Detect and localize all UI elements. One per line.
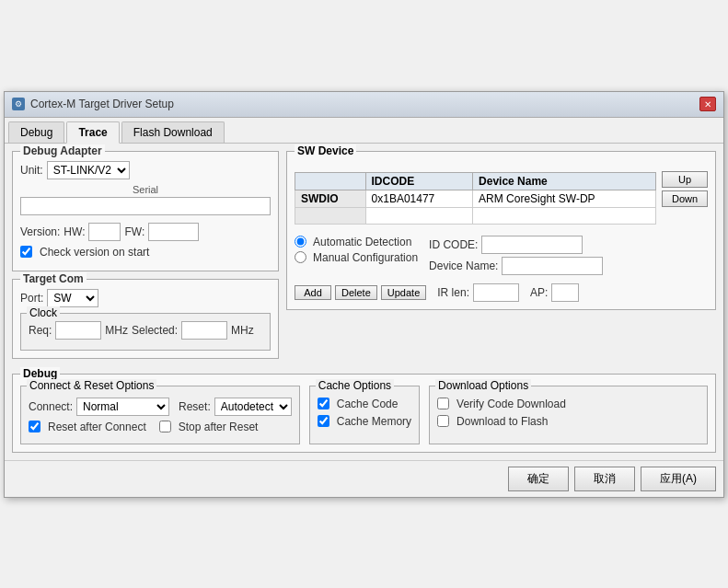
verify-checkbox[interactable]	[437, 398, 449, 409]
port-label: Port:	[20, 292, 43, 305]
req-label: Req:	[29, 324, 52, 337]
cache-memory-row: Cache Memory	[318, 415, 411, 428]
cache-memory-label: Cache Memory	[337, 415, 411, 428]
col-device-name: Device Name	[473, 172, 656, 190]
detection-row: Automatic Detection Manual Configuration	[295, 236, 656, 278]
empty-cell-2	[473, 207, 656, 224]
title-bar-left: ⚙ Cortex-M Target Driver Setup	[12, 98, 174, 110]
sw-device-left: IDCODE Device Name SWDIO 0x1BA01477 ARM …	[295, 165, 656, 302]
id-code-row: ID CODE:	[429, 236, 603, 254]
check-version-label: Check version on start	[40, 246, 149, 259]
serial-input[interactable]: 57FF6F066572515152500487	[20, 197, 271, 215]
cancel-button[interactable]: 取消	[574, 467, 635, 491]
check-version-row: Check version on start	[20, 246, 271, 259]
download-to-flash-checkbox[interactable]	[437, 415, 449, 427]
move-down-button[interactable]: Down	[662, 190, 708, 207]
fw-label: FW:	[124, 225, 144, 238]
serial-section: Serial 57FF6F066572515152500487	[20, 184, 271, 220]
req-input[interactable]: 1.800	[55, 321, 101, 340]
check-version-checkbox[interactable]	[20, 246, 32, 258]
cache-options-group: Cache Options Cache Code Cache Memory	[309, 386, 420, 444]
title-bar: ⚙ Cortex-M Target Driver Setup ✕	[5, 92, 723, 118]
bottom-debug-section: Debug Connect & Reset Options Connect: N…	[12, 374, 716, 453]
ir-len-label: IR len:	[437, 286, 469, 299]
apply-button[interactable]: 应用(A)	[641, 467, 716, 491]
move-spacer	[662, 165, 708, 168]
version-label: Version:	[20, 225, 60, 238]
cache-title: Cache Options	[316, 379, 394, 392]
selected-label: Selected:	[132, 324, 178, 337]
main-content: Debug Adapter Unit: ST-LINK/V2 ST-LINK/V…	[5, 144, 723, 460]
hw-input[interactable]: V2	[88, 223, 121, 241]
swdio-label: SWDIO	[295, 190, 366, 207]
fw-input[interactable]: V2J31S7	[148, 223, 199, 241]
connect-reset-title: Connect & Reset Options	[27, 379, 156, 392]
add-button[interactable]: Add	[295, 285, 331, 300]
reset-after-row: Reset after Connect Stop after Reset	[29, 421, 292, 433]
port-select[interactable]: SW JTAG	[47, 289, 98, 307]
selected-input[interactable]: 1.800	[181, 321, 227, 340]
ap-label: AP:	[530, 286, 548, 299]
idcode-cell: 0x1BA01477	[365, 190, 473, 207]
move-up-button[interactable]: Up	[662, 171, 708, 188]
ir-len-input[interactable]	[473, 283, 519, 302]
top-row: Debug Adapter Unit: ST-LINK/V2 ST-LINK/V…	[12, 151, 716, 366]
download-options-group: Download Options Verify Code Download Do…	[429, 386, 708, 444]
ap-input[interactable]: 0	[551, 283, 579, 302]
clock-group: Clock Req: 1.800 MHz Selected: 1.800 MHz	[20, 313, 271, 351]
sw-device-content: IDCODE Device Name SWDIO 0x1BA01477 ARM …	[295, 165, 708, 302]
table-row-empty	[295, 207, 656, 224]
auto-detect-label: Automatic Detection	[313, 236, 411, 248]
stop-after-checkbox[interactable]	[159, 421, 171, 432]
ok-button[interactable]: 确定	[508, 467, 569, 491]
cache-memory-checkbox[interactable]	[318, 415, 329, 427]
cache-code-row: Cache Code	[318, 398, 411, 410]
reset-select[interactable]: Autodetect Software Hardware	[214, 398, 292, 416]
cache-code-label: Cache Code	[337, 398, 399, 410]
debug-adapter-title: Debug Adapter	[20, 144, 105, 157]
reset-after-checkbox[interactable]	[29, 421, 40, 432]
id-code-input[interactable]	[481, 236, 583, 254]
manual-config-radio[interactable]	[295, 251, 306, 263]
unit-row: Unit: ST-LINK/V2 ST-LINK/V3	[20, 161, 271, 179]
device-name-input[interactable]	[502, 257, 603, 275]
download-to-flash-row: Download to Flash	[437, 415, 699, 428]
right-panel: SW Device IDCODE Device Name	[286, 151, 716, 366]
tab-bar: Debug Trace Flash Download	[5, 118, 723, 144]
app-icon: ⚙	[12, 98, 25, 110]
id-fields: ID CODE: Device Name:	[429, 236, 603, 278]
target-com-inner: Port: SW JTAG	[20, 283, 271, 307]
sw-device-box: SW Device IDCODE Device Name	[286, 151, 716, 310]
bottom-inner: Connect & Reset Options Connect: Normal …	[20, 378, 708, 444]
verify-row: Verify Code Download	[437, 398, 699, 410]
manual-config-row: Manual Configuration	[295, 251, 418, 264]
reset-label: Reset:	[179, 400, 211, 413]
cache-code-checkbox[interactable]	[318, 398, 329, 409]
reset-after-label: Reset after Connect	[48, 421, 146, 433]
col-idcode: IDCODE	[365, 172, 473, 190]
close-button[interactable]: ✕	[699, 97, 716, 111]
connect-row: Connect: Normal with Pre-reset under Res…	[29, 398, 292, 416]
tab-debug[interactable]: Debug	[8, 121, 64, 143]
empty-cell-1	[365, 207, 473, 224]
unit-label: Unit:	[20, 164, 43, 177]
tab-flash-download[interactable]: Flash Download	[121, 121, 225, 143]
sw-table: IDCODE Device Name SWDIO 0x1BA01477 ARM …	[295, 172, 656, 225]
update-button[interactable]: Update	[381, 285, 426, 300]
clock-row: Req: 1.800 MHz Selected: 1.800 MHz	[29, 317, 262, 340]
tab-trace[interactable]: Trace	[66, 121, 119, 144]
delete-button[interactable]: Delete	[335, 285, 377, 300]
hw-label: HW:	[64, 225, 85, 238]
port-row: Port: SW JTAG	[20, 289, 271, 307]
action-section: Add Delete Update IR len: AP: 0	[295, 283, 656, 302]
debug-adapter-group: Debug Adapter Unit: ST-LINK/V2 ST-LINK/V…	[12, 151, 279, 271]
download-inner: Verify Code Download Download to Flash	[437, 390, 699, 428]
connect-reset-inner: Connect: Normal with Pre-reset under Res…	[29, 390, 292, 433]
unit-select[interactable]: ST-LINK/V2 ST-LINK/V3	[47, 161, 130, 179]
download-title: Download Options	[435, 379, 531, 392]
connect-select[interactable]: Normal with Pre-reset under Reset	[76, 398, 169, 416]
auto-detect-radio[interactable]	[295, 236, 306, 248]
target-com-title: Target Com	[20, 272, 87, 285]
target-com-group: Target Com Port: SW JTAG Clock	[12, 279, 279, 359]
detection-section: Automatic Detection Manual Configuration	[295, 236, 656, 278]
